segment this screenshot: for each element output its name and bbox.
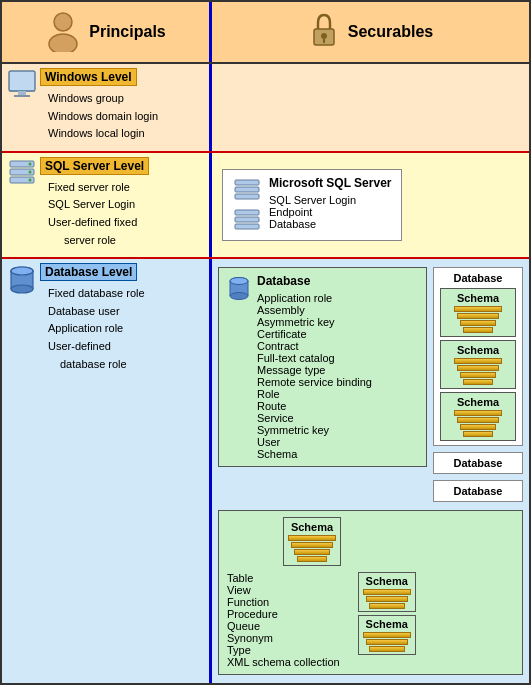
db-box-item-11: Service [257,412,372,424]
windows-item-2: Windows domain login [48,108,158,126]
db-item-5: database role [48,356,145,374]
windows-left: Windows Level Windows group Windows doma… [2,64,212,151]
svg-point-29 [230,293,248,300]
schema-bar [460,424,496,430]
schema-item-4: Procedure [227,608,340,620]
schema-bar [369,603,405,609]
schema-item-5: Queue [227,620,340,632]
schema-item-2: View [227,584,340,596]
db-right-box-1: Database Schema [433,267,523,446]
sql-item-3: User-defined fixed [48,214,149,232]
schema-stack-n2 [363,632,411,652]
db-box-item-7: Message type [257,364,372,376]
svg-point-12 [29,162,32,165]
schema-sub-2: Schema [440,340,516,389]
windows-level-label: Windows Level [45,70,132,84]
svg-rect-8 [14,95,30,97]
db-bottom-content: Schema Table Vi [227,517,416,668]
schema-stack-outer [288,535,336,562]
svg-point-30 [230,278,248,285]
sql-item-2: SQL Server Login [48,196,149,214]
svg-point-3 [321,33,327,39]
schema-bar [460,320,496,326]
database-level-row: Database Level Fixed database role Datab… [2,259,529,683]
database-main-box: Database Application role Assembly Asymm… [218,267,427,467]
svg-point-23 [11,285,33,293]
schema-nested-2: Schema [358,615,416,655]
db-box-item-10: Route [257,400,372,412]
schema-item-1: Table [227,572,340,584]
sql-server-item-2: Endpoint [269,206,391,218]
svg-rect-20 [235,224,259,229]
db-items-left: Fixed database role Database user Applic… [40,285,145,373]
schema-sub-3-title: Schema [445,396,511,408]
svg-point-13 [29,170,32,173]
windows-label-box: Windows Level [40,68,137,86]
db-item-2: Database user [48,303,145,321]
principals-header: Principals [2,2,212,62]
svg-point-24 [11,267,33,275]
schema-outer-box: Schema [283,517,341,566]
schema-bar [463,431,493,437]
schema-bar [288,535,336,541]
db-left: Database Level Fixed database role Datab… [2,259,212,683]
schema-bar [460,372,496,378]
schema-bar [297,556,327,562]
schema-nested-boxes: Schema Schema [358,572,416,655]
db-content-left: Database Level Fixed database role Datab… [40,263,145,373]
schema-nested-2-title: Schema [363,618,411,630]
schema-sub-1-title: Schema [445,292,511,304]
schema-bar [366,596,408,602]
svg-point-14 [29,178,32,181]
db-icon-left [8,265,36,297]
svg-rect-19 [235,217,259,222]
schema-bar [457,417,499,423]
db-right-box-2: Database [433,452,523,474]
schema-outer-title: Schema [288,521,336,533]
schema-bar [463,327,493,333]
db-right-boxes: Database Schema [433,267,523,502]
sql-server-item-3: Database [269,218,391,230]
svg-rect-15 [235,180,259,185]
sql-items: Fixed server role SQL Server Login User-… [40,179,149,249]
windows-icon [8,70,36,98]
database-main-content: Database Application role Assembly Asymm… [257,274,372,460]
svg-point-1 [49,34,77,52]
sql-server-title: Microsoft SQL Server [269,176,391,190]
schema-nested-1-title: Schema [363,575,411,587]
schema-stack-n1 [363,589,411,609]
schema-bar [454,358,502,364]
securables-title: Securables [348,23,433,41]
schema-bar [369,646,405,652]
windows-right [212,64,529,151]
db-right: Database Application role Assembly Asymm… [212,259,529,683]
db-box-item-13: User [257,436,372,448]
person-icon [45,12,81,52]
db-top-section: Database Application role Assembly Asymm… [218,267,523,502]
sql-server-text: Microsoft SQL Server SQL Server Login En… [269,176,391,230]
schema-items-row: Table View Function Procedure Queue Syno… [227,572,416,668]
principals-title: Principals [89,23,165,41]
db-level-label: Database Level [45,265,132,279]
windows-item-3: Windows local login [48,125,158,143]
sql-label-box: SQL Server Level [40,157,149,175]
lock-icon [308,13,340,51]
schema-items-list: Table View Function Procedure Queue Syno… [227,572,340,668]
schema-bar [457,365,499,371]
main-container: Principals Securables [0,0,531,685]
schema-bar [366,639,408,645]
db-box-item-1: Application role [257,292,372,304]
server-icon-right-bot [233,208,261,234]
schema-bar [454,306,502,312]
db-box-item-4: Certificate [257,328,372,340]
schema-outer-row: Schema [227,517,416,566]
db-item-1: Fixed database role [48,285,145,303]
sql-right: Microsoft SQL Server SQL Server Login En… [212,153,529,257]
schema-bar [363,632,411,638]
windows-content: Windows Level Windows group Windows doma… [40,68,158,143]
db-box-item-9: Role [257,388,372,400]
schema-stack-3 [445,410,511,437]
db-item-3: Application role [48,320,145,338]
schema-stack-2 [445,358,511,385]
schema-item-3: Function [227,596,340,608]
